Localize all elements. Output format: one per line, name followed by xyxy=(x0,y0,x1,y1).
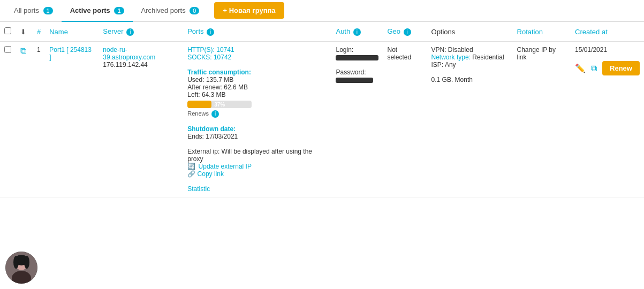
row-server-cell: node-ru-39.astroproxy.com 176.119.142.44 xyxy=(99,42,183,197)
server-node: node-ru-39.astroproxy.com xyxy=(103,46,179,61)
row-number: 1 xyxy=(37,46,41,54)
table-header-row: ⬇ # Name Server i Ports i Auth i Geo xyxy=(0,22,644,42)
statistic-link[interactable]: Statistic xyxy=(187,185,210,193)
table-row: ⧉ 1 Port1 [ 254813 ] node-ru-39.astropro… xyxy=(0,42,644,197)
copy-icon: 🔗 xyxy=(187,170,195,178)
http-port-link[interactable]: HTTP(S): 10741 xyxy=(187,46,234,54)
isp-label: ISP: Any xyxy=(431,61,509,69)
vpn-label: VPN: Disabled xyxy=(431,46,509,54)
row-ports-cell: HTTP(S): 10741 SOCKS: 10742 Traffic cons… xyxy=(183,42,331,197)
progress-bar-container: 37% xyxy=(187,101,252,108)
col-hash: # xyxy=(33,22,45,42)
select-all-checkbox[interactable] xyxy=(4,27,11,34)
shutdown-label: Shutdown date: xyxy=(187,125,327,133)
row-options-cell: VPN: Disabled Network type: Residential … xyxy=(427,42,513,197)
edit-icon[interactable]: ✏️ xyxy=(575,63,586,73)
server-info-icon[interactable]: i xyxy=(126,28,134,36)
action-buttons: ✏️ ⧉ Renew xyxy=(575,61,640,75)
row-geo-cell: Not selected xyxy=(383,42,427,197)
auth-info-icon[interactable]: i xyxy=(353,28,361,36)
row-copy-cell: ⧉ xyxy=(16,42,33,197)
renews-info-icon[interactable]: i xyxy=(211,110,219,118)
row-auth-cell: Login: Password: xyxy=(331,42,383,197)
renew-button[interactable]: Renew xyxy=(602,61,640,75)
traffic-label: Traffic consumption: xyxy=(187,69,327,76)
row-checkbox[interactable] xyxy=(4,46,11,53)
tab-all-label: All ports xyxy=(14,6,39,14)
traffic-left: Left: 64.3 MB xyxy=(187,91,327,98)
socks-port-link[interactable]: SOCKS: 10742 xyxy=(187,54,231,61)
copy-port-icon[interactable]: ⧉ xyxy=(20,46,26,55)
col-created-at: Created at xyxy=(571,22,644,42)
col-auth: Auth i xyxy=(331,22,383,42)
copy-link-row: 🔗 Copy link xyxy=(187,170,327,178)
geo-value: Not selected xyxy=(387,46,411,61)
network-type-row: Network type: Residential xyxy=(431,54,509,61)
tab-archived-badge: 0 xyxy=(190,7,199,14)
external-ip-text: External ip: Will be displayed after usi… xyxy=(187,148,327,163)
traffic-used: Used: 135.7 MB xyxy=(187,76,327,83)
shutdown-ends: Ends: 17/03/2021 xyxy=(187,133,327,140)
port-name-link[interactable]: Port1 [ 254813 ] xyxy=(49,46,92,61)
traffic-quota: 0.1 GB. Month xyxy=(431,76,509,83)
col-options: Options xyxy=(427,22,513,42)
tab-active-badge: 1 xyxy=(114,7,124,14)
ports-info-icon[interactable]: i xyxy=(207,28,214,36)
created-at-value: 15/01/2021 xyxy=(575,46,640,54)
ports-table: ⬇ # Name Server i Ports i Auth i Geo xyxy=(0,22,644,197)
rotation-value: Change IP by link xyxy=(517,46,556,61)
duplicate-icon[interactable]: ⧉ xyxy=(591,64,597,73)
network-type-value: Residential xyxy=(472,54,504,61)
password-redacted xyxy=(336,78,373,83)
password-value xyxy=(336,76,378,83)
traffic-after-renew: After renew: 62.6 MB xyxy=(187,83,327,91)
socks-port: SOCKS: 10742 xyxy=(187,54,327,61)
tabs-container: All ports 1 Active ports 1 Archived port… xyxy=(0,0,644,22)
row-name-cell: Port1 [ 254813 ] xyxy=(45,42,99,197)
col-geo: Geo i xyxy=(383,22,427,42)
row-created-cell: 15/01/2021 ✏️ ⧉ Renew xyxy=(571,42,644,197)
new-group-button[interactable]: + Новая группа xyxy=(214,2,284,19)
tab-active-ports[interactable]: Active ports 1 xyxy=(62,0,133,22)
col-name: Name xyxy=(45,22,99,42)
password-label: Password: xyxy=(336,69,378,76)
server-ip: 176.119.142.44 xyxy=(103,61,179,69)
tab-archived-label: Archived ports xyxy=(141,6,186,14)
renews-info: Renews i xyxy=(187,110,327,118)
row-checkbox-cell xyxy=(0,42,16,197)
col-download: ⬇ xyxy=(16,22,33,42)
copy-link-link[interactable]: Copy link xyxy=(198,170,224,178)
col-ports: Ports i xyxy=(183,22,331,42)
network-type-label: Network type: xyxy=(431,54,471,61)
download-icon[interactable]: ⬇ xyxy=(20,28,26,36)
table-container: ⬇ # Name Server i Ports i Auth i Geo xyxy=(0,22,644,197)
tab-active-label: Active ports xyxy=(70,6,110,14)
row-number-cell: 1 xyxy=(33,42,45,197)
refresh-icon: 🔄 xyxy=(187,163,195,170)
progress-label: 37% xyxy=(187,101,252,108)
geo-info-icon[interactable]: i xyxy=(404,28,411,36)
tab-all-ports[interactable]: All ports 1 xyxy=(5,0,62,22)
col-server: Server i xyxy=(99,22,183,42)
tab-all-badge: 1 xyxy=(43,7,53,14)
col-rotation: Rotation xyxy=(513,22,571,42)
http-port: HTTP(S): 10741 xyxy=(187,46,327,54)
login-redacted xyxy=(336,55,378,60)
tab-archived-ports[interactable]: Archived ports 0 xyxy=(133,0,208,22)
row-rotation-cell: Change IP by link xyxy=(513,42,571,197)
col-checkbox xyxy=(0,22,16,42)
update-link-row: 🔄 Update external IP xyxy=(187,163,327,170)
login-value xyxy=(336,54,378,61)
update-external-ip-link[interactable]: Update external IP xyxy=(199,163,252,170)
login-label: Login: xyxy=(336,46,378,54)
